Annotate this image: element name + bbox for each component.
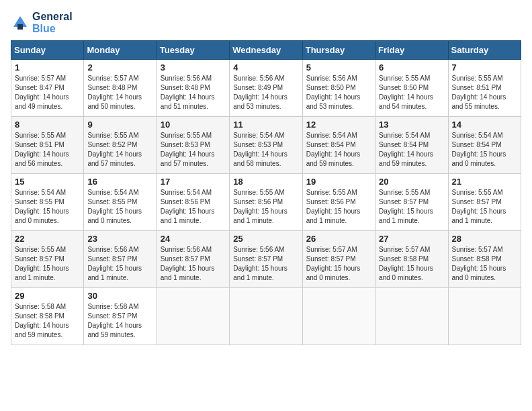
calendar-cell: 18Sunrise: 5:55 AM Sunset: 8:56 PM Dayli… <box>230 174 302 231</box>
day-number: 8 <box>15 120 80 130</box>
week-row-5: 29Sunrise: 5:58 AM Sunset: 8:58 PM Dayli… <box>11 288 521 345</box>
day-number: 27 <box>379 234 444 244</box>
day-info: Sunrise: 5:56 AM Sunset: 8:50 PM Dayligh… <box>306 74 371 111</box>
day-info: Sunrise: 5:56 AM Sunset: 8:57 PM Dayligh… <box>87 245 152 283</box>
calendar-cell: 16Sunrise: 5:54 AM Sunset: 8:55 PM Dayli… <box>84 174 157 231</box>
column-header-wednesday: Wednesday <box>230 41 302 60</box>
day-number: 1 <box>15 62 80 73</box>
calendar-table: SundayMondayTuesdayWednesdayThursdayFrid… <box>11 40 521 345</box>
day-number: 16 <box>87 177 152 187</box>
day-info: Sunrise: 5:55 AM Sunset: 8:52 PM Dayligh… <box>87 131 152 169</box>
day-number: 25 <box>233 234 298 244</box>
week-row-4: 22Sunrise: 5:55 AM Sunset: 8:57 PM Dayli… <box>11 231 521 288</box>
day-info: Sunrise: 5:54 AM Sunset: 8:55 PM Dayligh… <box>15 188 80 226</box>
logo-text: General Blue <box>32 11 73 35</box>
day-number: 28 <box>452 234 517 244</box>
calendar-cell <box>157 288 229 345</box>
day-number: 15 <box>15 177 80 187</box>
day-info: Sunrise: 5:57 AM Sunset: 8:48 PM Dayligh… <box>87 74 152 111</box>
calendar-cell <box>302 288 375 345</box>
day-number: 7 <box>452 62 517 73</box>
day-info: Sunrise: 5:54 AM Sunset: 8:54 PM Dayligh… <box>452 131 517 169</box>
calendar-cell: 27Sunrise: 5:57 AM Sunset: 8:58 PM Dayli… <box>375 231 448 288</box>
week-row-1: 1Sunrise: 5:57 AM Sunset: 8:47 PM Daylig… <box>11 60 521 117</box>
calendar-cell: 13Sunrise: 5:54 AM Sunset: 8:54 PM Dayli… <box>375 117 448 174</box>
day-number: 4 <box>233 62 298 73</box>
day-info: Sunrise: 5:55 AM Sunset: 8:53 PM Dayligh… <box>161 131 226 169</box>
day-info: Sunrise: 5:54 AM Sunset: 8:54 PM Dayligh… <box>379 131 444 169</box>
calendar-cell: 11Sunrise: 5:54 AM Sunset: 8:53 PM Dayli… <box>230 117 302 174</box>
day-info: Sunrise: 5:55 AM Sunset: 8:51 PM Dayligh… <box>452 74 517 111</box>
day-info: Sunrise: 5:55 AM Sunset: 8:56 PM Dayligh… <box>306 188 371 226</box>
column-header-saturday: Saturday <box>448 41 521 60</box>
day-info: Sunrise: 5:54 AM Sunset: 8:56 PM Dayligh… <box>161 188 226 226</box>
calendar-cell <box>448 288 521 345</box>
day-info: Sunrise: 5:58 AM Sunset: 8:57 PM Dayligh… <box>87 302 152 340</box>
day-number: 18 <box>233 177 298 187</box>
day-number: 11 <box>233 120 298 130</box>
column-header-thursday: Thursday <box>302 41 375 60</box>
calendar-cell: 5Sunrise: 5:56 AM Sunset: 8:50 PM Daylig… <box>302 60 375 117</box>
day-number: 17 <box>161 177 226 187</box>
calendar-cell <box>375 288 448 345</box>
page-header: General Blue <box>11 11 521 35</box>
day-info: Sunrise: 5:56 AM Sunset: 8:48 PM Dayligh… <box>161 74 226 111</box>
day-info: Sunrise: 5:55 AM Sunset: 8:56 PM Dayligh… <box>233 188 298 226</box>
week-row-2: 8Sunrise: 5:55 AM Sunset: 8:51 PM Daylig… <box>11 117 521 174</box>
calendar-cell: 14Sunrise: 5:54 AM Sunset: 8:54 PM Dayli… <box>448 117 521 174</box>
day-number: 26 <box>306 234 371 244</box>
calendar-cell: 30Sunrise: 5:58 AM Sunset: 8:57 PM Dayli… <box>84 288 157 345</box>
calendar-cell: 2Sunrise: 5:57 AM Sunset: 8:48 PM Daylig… <box>84 60 157 117</box>
calendar-cell: 12Sunrise: 5:54 AM Sunset: 8:54 PM Dayli… <box>302 117 375 174</box>
day-info: Sunrise: 5:55 AM Sunset: 8:57 PM Dayligh… <box>379 188 444 226</box>
day-number: 5 <box>306 62 371 73</box>
day-number: 14 <box>452 120 517 130</box>
calendar-cell: 17Sunrise: 5:54 AM Sunset: 8:56 PM Dayli… <box>157 174 229 231</box>
logo: General Blue <box>11 11 73 35</box>
column-header-tuesday: Tuesday <box>157 41 229 60</box>
calendar-cell: 8Sunrise: 5:55 AM Sunset: 8:51 PM Daylig… <box>11 117 84 174</box>
calendar-cell: 15Sunrise: 5:54 AM Sunset: 8:55 PM Dayli… <box>11 174 84 231</box>
day-info: Sunrise: 5:54 AM Sunset: 8:54 PM Dayligh… <box>306 131 371 169</box>
calendar-cell: 29Sunrise: 5:58 AM Sunset: 8:58 PM Dayli… <box>11 288 84 345</box>
column-header-sunday: Sunday <box>11 41 84 60</box>
day-number: 6 <box>379 62 444 73</box>
day-number: 29 <box>15 291 80 301</box>
week-row-3: 15Sunrise: 5:54 AM Sunset: 8:55 PM Dayli… <box>11 174 521 231</box>
day-info: Sunrise: 5:58 AM Sunset: 8:58 PM Dayligh… <box>15 302 80 340</box>
day-number: 20 <box>379 177 444 187</box>
calendar-cell: 19Sunrise: 5:55 AM Sunset: 8:56 PM Dayli… <box>302 174 375 231</box>
column-header-friday: Friday <box>375 41 448 60</box>
day-info: Sunrise: 5:55 AM Sunset: 8:50 PM Dayligh… <box>379 74 444 111</box>
day-number: 24 <box>161 234 226 244</box>
day-number: 21 <box>452 177 517 187</box>
day-number: 3 <box>161 62 226 73</box>
day-number: 10 <box>161 120 226 130</box>
day-number: 19 <box>306 177 371 187</box>
day-info: Sunrise: 5:54 AM Sunset: 8:55 PM Dayligh… <box>87 188 152 226</box>
day-info: Sunrise: 5:55 AM Sunset: 8:57 PM Dayligh… <box>452 188 517 226</box>
calendar-cell: 24Sunrise: 5:56 AM Sunset: 8:57 PM Dayli… <box>157 231 229 288</box>
day-info: Sunrise: 5:55 AM Sunset: 8:57 PM Dayligh… <box>15 245 80 283</box>
calendar-cell: 22Sunrise: 5:55 AM Sunset: 8:57 PM Dayli… <box>11 231 84 288</box>
day-number: 30 <box>87 291 152 301</box>
day-number: 12 <box>306 120 371 130</box>
day-number: 9 <box>87 120 152 130</box>
day-info: Sunrise: 5:57 AM Sunset: 8:47 PM Dayligh… <box>15 74 80 111</box>
calendar-cell: 28Sunrise: 5:57 AM Sunset: 8:58 PM Dayli… <box>448 231 521 288</box>
calendar-cell <box>230 288 302 345</box>
calendar-cell: 4Sunrise: 5:56 AM Sunset: 8:49 PM Daylig… <box>230 60 302 117</box>
day-info: Sunrise: 5:56 AM Sunset: 8:49 PM Dayligh… <box>233 74 298 111</box>
calendar-header-row: SundayMondayTuesdayWednesdayThursdayFrid… <box>11 41 521 60</box>
calendar-cell: 7Sunrise: 5:55 AM Sunset: 8:51 PM Daylig… <box>448 60 521 117</box>
day-number: 22 <box>15 234 80 244</box>
calendar-cell: 6Sunrise: 5:55 AM Sunset: 8:50 PM Daylig… <box>375 60 448 117</box>
column-header-monday: Monday <box>84 41 157 60</box>
calendar-cell: 20Sunrise: 5:55 AM Sunset: 8:57 PM Dayli… <box>375 174 448 231</box>
day-info: Sunrise: 5:57 AM Sunset: 8:58 PM Dayligh… <box>452 245 517 283</box>
logo-icon <box>11 13 30 32</box>
day-info: Sunrise: 5:56 AM Sunset: 8:57 PM Dayligh… <box>233 245 298 283</box>
day-number: 2 <box>87 62 152 73</box>
calendar-cell: 10Sunrise: 5:55 AM Sunset: 8:53 PM Dayli… <box>157 117 229 174</box>
day-info: Sunrise: 5:54 AM Sunset: 8:53 PM Dayligh… <box>233 131 298 169</box>
